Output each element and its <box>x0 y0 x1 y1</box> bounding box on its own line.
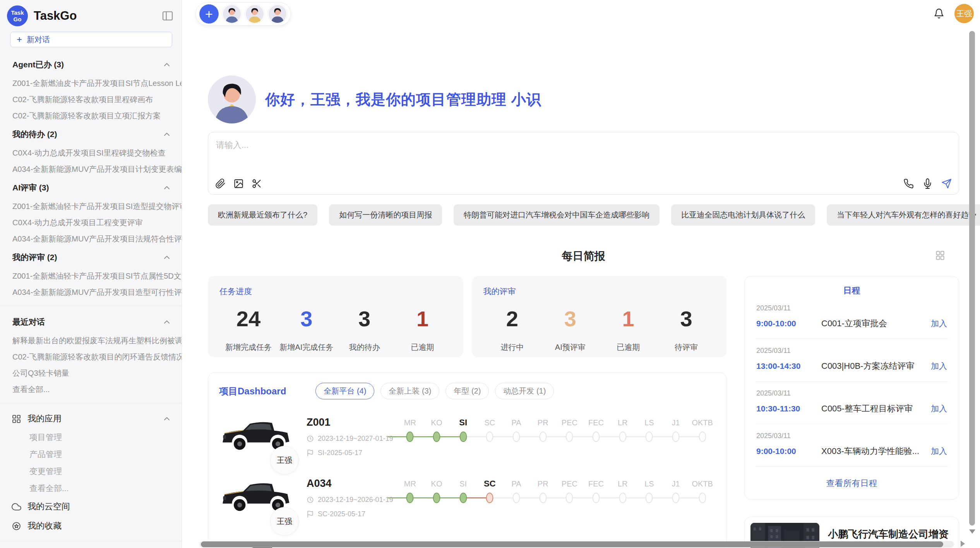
sidebar-item[interactable]: 查看全部... <box>0 381 182 397</box>
dashboard-filter[interactable]: 年型 (2) <box>445 383 489 399</box>
schedule-item: 2025/03/11 13:00-14:30 C003|H0B-方案冻结评审 加… <box>745 339 959 381</box>
milestone-node <box>566 493 573 503</box>
sidebar-item[interactable]: C02-飞腾新能源轻客改款项目里程碑画布 <box>0 91 182 108</box>
sidebar-section-title: 我的待办 (2) <box>12 129 57 140</box>
sidebar-item[interactable]: A034-全新新能源MUV产品开发项目造型可行性评审 <box>0 284 182 300</box>
scroll-right-arrow[interactable] <box>961 541 965 547</box>
sidebar-item[interactable]: A034-全新新能源MUV产品开发项目法规符合性评审 <box>0 231 182 247</box>
sidebar-item[interactable]: Z001-全新燃油皮卡产品开发项目SI节点Lesson Learn报告 <box>0 75 182 91</box>
sidebar-item[interactable]: Z001-全新燃油轻卡产品开发项目SI节点属性5D文件评审 <box>0 268 182 284</box>
suggestion-chip[interactable]: 如何写一份清晰的项目周报 <box>329 204 442 226</box>
sidebar-header: Task Go TaskGo <box>0 0 182 29</box>
schedule-date: 2025/03/11 <box>756 432 947 440</box>
layout-grid-icon[interactable] <box>935 250 945 260</box>
new-chat-button[interactable]: + 新对话 <box>10 32 172 47</box>
new-chat-label: 新对话 <box>27 34 50 45</box>
sidebar-item[interactable]: A034-全新新能源MUV产品开发项目计划变更表编写 <box>0 161 182 177</box>
stat: 3 待评审 <box>657 308 715 353</box>
suggestion-chip[interactable]: 当下年轻人对汽车外观有怎样的喜好趋势 <box>827 204 980 226</box>
send-icon[interactable] <box>941 178 952 189</box>
project-row[interactable]: 王强 Z001 2023-12-19~2027-01-19 SI-2025-05… <box>219 415 716 461</box>
dashboard-title: 项目Dashboard <box>219 385 286 397</box>
image-icon[interactable] <box>233 178 244 189</box>
stat: 2 进行中 <box>483 308 541 353</box>
sidebar-item-cloud-space[interactable]: 我的云空间 <box>0 497 182 516</box>
my-apps-label: 我的应用 <box>27 413 62 425</box>
sidebar-item[interactable]: C02-飞腾新能源轻客改款项目立项汇报方案 <box>0 108 182 124</box>
schedule-join-link[interactable]: 加入 <box>931 318 947 329</box>
sidebar-item[interactable]: C0X4-动力总成开发项目SI里程碑提交物检查 <box>0 145 182 161</box>
stat: 3 我的待办 <box>336 308 394 353</box>
schedule-join-link[interactable]: 加入 <box>931 361 947 372</box>
schedule-join-link[interactable]: 加入 <box>931 403 947 414</box>
sidebar-app-item[interactable]: 产品管理 <box>0 446 182 463</box>
suggestion-chip[interactable]: 欧洲新规最近颁布了什么? <box>208 204 317 226</box>
sidebar-item[interactable]: 公司Q3轻卡销量 <box>0 365 182 381</box>
milestone-node <box>699 493 706 503</box>
horizontal-scrollbar-thumb[interactable] <box>201 541 943 547</box>
attachment-icon[interactable] <box>215 178 226 189</box>
milestone-label: SC <box>476 477 503 491</box>
sidebar-section-header[interactable]: 我的评审 (2) <box>0 247 182 268</box>
milestone-node <box>433 493 440 503</box>
milestone-label: FEC <box>583 416 610 430</box>
schedule-title: 日程 <box>745 285 959 296</box>
milestone: OKTB <box>689 477 716 507</box>
dashboard-filter[interactable]: 动总开发 (1) <box>495 383 554 399</box>
sidebar-item[interactable]: C0X4-动力总成开发项目工程变更评审 <box>0 214 182 231</box>
sidebar-section-items: C0X4-动力总成开发项目SI里程碑提交物检查A034-全新新能源MUV产品开发… <box>0 145 182 177</box>
user-avatar[interactable]: 王强 <box>954 4 974 23</box>
sidebar-item-favorites[interactable]: 我的收藏 <box>0 516 182 536</box>
dashboard-filter[interactable]: 全新平台 (4) <box>315 383 374 399</box>
sidebar-app-item[interactable]: 变更管理 <box>0 463 182 480</box>
stat-label: 待评审 <box>657 342 715 353</box>
sidebar-app-item[interactable]: 项目管理 <box>0 429 182 446</box>
milestone-node <box>406 432 414 442</box>
milestone: OKTB <box>689 416 716 446</box>
milestone-node <box>646 493 653 503</box>
sidebar-section-header[interactable]: Agent已办 (3) <box>0 54 182 75</box>
milestone-label: J1 <box>663 477 689 491</box>
suggestion-chip[interactable]: 比亚迪全固态电池计划具体说了什么 <box>671 204 815 226</box>
add-conversation-button[interactable]: + <box>199 4 219 24</box>
milestone: FEC <box>583 416 610 446</box>
schedule-time: 9:00-10:00 <box>756 319 821 328</box>
sidebar-section-header[interactable]: 我的待办 (2) <box>0 124 182 145</box>
schedule-date: 2025/03/11 <box>756 304 947 312</box>
dashboard-filter[interactable]: 全新上装 (3) <box>380 383 439 399</box>
schedule-join-link[interactable]: 加入 <box>931 446 947 457</box>
view-all-schedules-link[interactable]: 查看所有日程 <box>745 467 959 495</box>
avatar[interactable] <box>245 4 264 24</box>
sidebar-section-title: AI评审 (3) <box>12 182 49 193</box>
notification-bell-icon[interactable] <box>934 8 944 19</box>
avatar[interactable] <box>222 4 242 24</box>
sidebar-item[interactable]: 解释最新出台的欧盟报废车法规再生塑料比例被调至15%... <box>0 332 182 349</box>
sidebar-app-item[interactable]: 查看全部... <box>0 480 182 497</box>
sidebar-section-header[interactable]: 最近对话 <box>0 312 182 332</box>
sidebar-item-my-apps[interactable]: 我的应用 <box>0 409 182 429</box>
suggestion-chip[interactable]: 特朗普可能对进口汽车增税会对中国车企造成哪些影响 <box>454 204 660 226</box>
stat-value: 3 <box>541 308 599 331</box>
stat-value: 3 <box>278 308 336 331</box>
scroll-down-arrow[interactable] <box>969 529 975 534</box>
sidebar-item[interactable]: Z001-全新燃油轻卡产品开发项目SI造型提交物评审 <box>0 198 182 214</box>
scissors-icon[interactable] <box>252 178 262 189</box>
sidebar-item[interactable]: C02-飞腾新能源轻客改款项目的闭环通告反馈情况 <box>0 349 182 365</box>
clock-icon <box>307 496 314 503</box>
person-avatar-illustration <box>208 75 256 123</box>
project-row[interactable]: 王强 A034 2023-12-19~2026-01-19 SC-2025-05… <box>219 476 716 522</box>
chat-input-box[interactable]: 请输入... <box>208 132 959 195</box>
microphone-icon[interactable] <box>922 178 933 189</box>
project-dashboard-card: 项目Dashboard 全新平台 (4)全新上装 (3)年型 (2)动总开发 (… <box>208 372 727 548</box>
avatar[interactable] <box>268 4 287 24</box>
collapse-sidebar-icon[interactable] <box>161 10 174 22</box>
milestone: SI <box>450 416 476 446</box>
milestone-label: PEC <box>556 416 583 430</box>
phone-icon[interactable] <box>903 178 914 189</box>
milestone-label: FEC <box>583 477 610 491</box>
vertical-scrollbar-thumb[interactable] <box>969 31 975 526</box>
chevron-up-icon <box>162 414 171 423</box>
milestone-label: J1 <box>663 416 689 430</box>
star-icon <box>12 521 21 531</box>
sidebar-section-header[interactable]: AI评审 (3) <box>0 177 182 198</box>
